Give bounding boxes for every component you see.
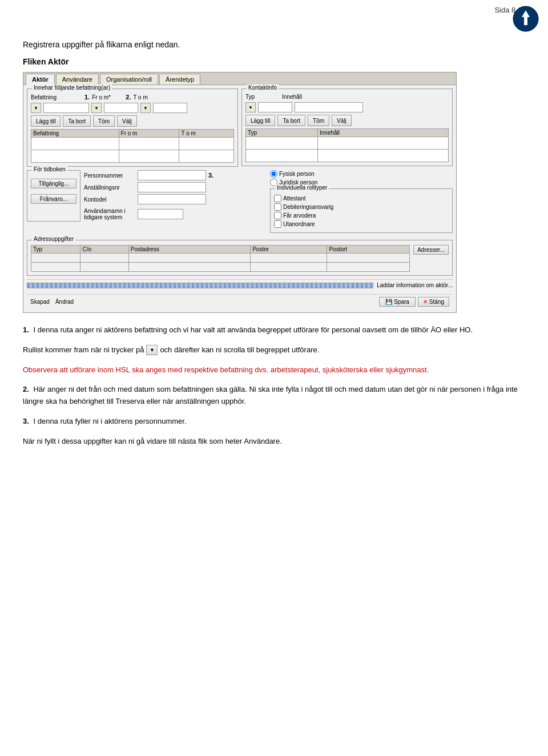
tidboken-title: För tidboken xyxy=(32,166,67,172)
col-postort: Postort xyxy=(327,246,410,254)
table-row xyxy=(31,263,410,272)
befattning-header-row: Befattning 1. Fr o m* 2. T o m xyxy=(31,94,234,100)
from-input[interactable] xyxy=(104,103,138,113)
table-row xyxy=(246,137,449,150)
col-befattning: Befattning xyxy=(31,130,119,138)
rullist-text-1: Rullist kommer fram när ni trycker på xyxy=(23,344,144,356)
tom-button-right[interactable]: Töm xyxy=(308,115,329,126)
debiteringsansvarig-checkbox[interactable] xyxy=(274,203,281,211)
from-dropdown[interactable]: ▼ xyxy=(91,103,102,113)
utanordnare-checkbox[interactable] xyxy=(274,220,281,228)
typ-dropdown[interactable]: ▼ xyxy=(245,102,256,112)
utanordnare-label: Utanordnare xyxy=(283,221,315,227)
tom-input[interactable] xyxy=(153,103,187,113)
table-row xyxy=(31,254,410,263)
fliken-title: Fliken Aktör xyxy=(23,57,525,66)
exp1-num: 1. xyxy=(23,325,29,334)
anstallningsnr-label: Anställningsnr xyxy=(84,184,135,191)
adresser-button[interactable]: Adresser... xyxy=(413,245,449,255)
tom-label: T o m xyxy=(133,94,164,100)
rullist-text-2: och därefter kan ni scrolla till begrepp… xyxy=(160,344,319,356)
befattning-group-title: Innehar följande befattning(ar) xyxy=(32,85,112,91)
fysisk-label: Fysisk person xyxy=(279,171,315,177)
kontaktinfo-group: Kontaktinfo Typ Innehåll ▼ xyxy=(241,89,453,166)
lagg-till-button-left[interactable]: Lägg till xyxy=(31,115,61,127)
kontaktinfo-header-row: Typ Innehåll xyxy=(245,94,449,100)
col-adress-typ: Typ xyxy=(31,246,80,254)
tom-button-left[interactable]: Töm xyxy=(93,115,115,127)
table-row xyxy=(31,138,234,150)
dialog-main: Innehar följande befattning(ar) Befattni… xyxy=(27,89,453,170)
exp2-num: 2. xyxy=(23,385,29,393)
attestant-checkbox[interactable] xyxy=(274,195,281,202)
exp2-text: Här anger ni det från och med datum som … xyxy=(23,385,518,405)
innehall-input[interactable] xyxy=(295,102,363,112)
kontaktinfo-title: Kontaktinfo xyxy=(247,85,279,91)
anstallningsnr-input[interactable] xyxy=(138,182,206,192)
tab-organisation[interactable]: Organisation/roll xyxy=(100,74,158,85)
kontaktinfo-table: Typ Innehåll xyxy=(245,128,449,162)
num2-badge: 2. xyxy=(126,94,131,100)
befattning-input[interactable] xyxy=(43,103,89,113)
attestant-checkbox-row[interactable]: Attestant xyxy=(274,195,449,202)
befattning-dropdowns-row: ▼ ▼ ▼ xyxy=(31,103,234,113)
save-icon: 💾 xyxy=(385,299,392,305)
table-row xyxy=(31,150,234,163)
close-button[interactable]: ✕ Stäng xyxy=(418,297,449,307)
rolltyper-title: Individuella rolltyper xyxy=(275,184,329,191)
save-button[interactable]: 💾 Spara xyxy=(379,297,416,307)
typ-input[interactable] xyxy=(258,102,292,112)
befattning-label: Befattning xyxy=(31,94,82,100)
progress-area: Laddar information om aktör... xyxy=(27,279,453,291)
col-tom: T o m xyxy=(179,130,234,138)
mid-section: För tidboken Tillgänglig... Frånvaro... … xyxy=(27,170,453,236)
arvodera-checkbox[interactable] xyxy=(274,212,281,219)
intro-text: Registrera uppgifter på flikarna enligt … xyxy=(23,40,525,49)
close-x-icon: ✕ xyxy=(423,299,428,305)
col-from: Fr o m xyxy=(119,130,179,138)
explanation-3: 3. I denna ruta fyller ni i aktörens per… xyxy=(23,416,525,428)
arvodera-checkbox-row[interactable]: Får arvodera xyxy=(274,212,449,219)
lagg-till-button-right[interactable]: Lägg till xyxy=(245,115,275,126)
utanordnare-checkbox-row[interactable]: Utanordnare xyxy=(274,220,449,228)
dialog-right: Kontaktinfo Typ Innehåll ▼ xyxy=(241,89,453,170)
personnummer-input[interactable] xyxy=(138,170,206,180)
col-typ: Typ xyxy=(246,129,318,137)
col-postnr: Postnr xyxy=(251,246,327,254)
kontodel-input[interactable] xyxy=(138,194,206,204)
explanation-2: 2. Här anger ni det från och med datum s… xyxy=(23,384,525,408)
col-co: C/o xyxy=(80,246,128,254)
mid-fields: Personnummer 3. Anställningsnr Kontodel … xyxy=(84,170,267,236)
exp3-text: I denna ruta fyller ni i aktörens person… xyxy=(33,417,186,425)
tom-dropdown[interactable]: ▼ xyxy=(140,103,151,113)
befattning-group: Innehar följande befattning(ar) Befattni… xyxy=(27,89,238,167)
tab-aktor[interactable]: Aktör xyxy=(26,74,55,85)
explanation-1: 1. I denna ruta anger ni aktörens befatt… xyxy=(23,324,525,336)
exp1-text: I denna ruta anger ni aktörens befattnin… xyxy=(33,325,473,334)
anv-row: Användarnamn i tidigare system xyxy=(84,208,267,220)
anstallningsnr-row: Anställningsnr xyxy=(84,182,267,192)
valj-button-right[interactable]: Välj xyxy=(332,115,352,126)
debiteringsansvarig-checkbox-row[interactable]: Debiteringsansvarig xyxy=(274,203,449,211)
dialog-bottom-right: 💾 Spara ✕ Stäng xyxy=(379,297,449,307)
fysisk-radio[interactable] xyxy=(270,170,277,178)
befattning-table: Befattning Fr o m T o m xyxy=(31,129,234,163)
from-label: Fr o m* xyxy=(92,94,123,100)
anv-input[interactable] xyxy=(138,209,183,219)
adress-table: Typ C/o Postadress Postnr Postort xyxy=(31,245,410,272)
fysisk-person-radio[interactable]: Fysisk person xyxy=(270,170,453,178)
ta-bort-button-left[interactable]: Ta bort xyxy=(63,115,91,127)
dialog-left: Innehar följande befattning(ar) Befattni… xyxy=(27,89,238,170)
ta-bort-button-right[interactable]: Ta bort xyxy=(277,115,305,126)
dialog-tabs: Aktör Användare Organisation/roll Ärende… xyxy=(23,73,456,85)
tab-arendetyp[interactable]: Ärendetyp xyxy=(159,74,200,85)
explanation-red: Observera att utförare inom HSL ska ange… xyxy=(23,364,525,376)
footer-text: När ni fyllt i dessa uppgifter kan ni gå… xyxy=(23,436,525,448)
valj-button-left[interactable]: Välj xyxy=(117,115,137,127)
befattning-dropdown[interactable]: ▼ xyxy=(31,103,41,113)
tillganglig-button[interactable]: Tillgänglig... xyxy=(31,179,76,188)
befattning-buttons: Lägg till Ta bort Töm Välj xyxy=(31,115,234,127)
tab-anvandare[interactable]: Användare xyxy=(56,74,99,85)
progress-label: Laddar information om aktör... xyxy=(377,282,453,288)
franvaro-button[interactable]: Frånvaro... xyxy=(31,194,76,204)
